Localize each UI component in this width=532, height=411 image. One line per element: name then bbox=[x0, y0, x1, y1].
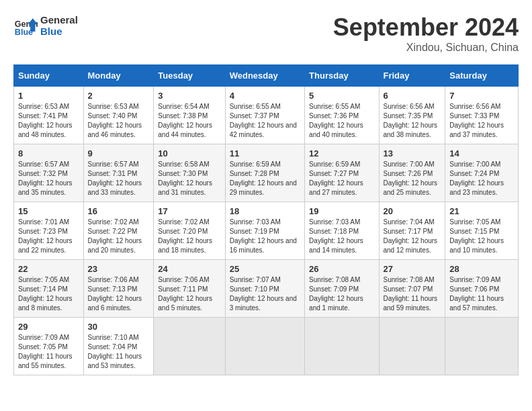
day-number: 3 bbox=[158, 91, 220, 101]
weekday-header-sunday: Sunday bbox=[14, 65, 84, 87]
day-number: 7 bbox=[449, 91, 514, 101]
calendar-cell: 29 Sunrise: 7:09 AMSunset: 7:05 PMDaylig… bbox=[14, 318, 84, 375]
day-detail: Sunrise: 6:57 AMSunset: 7:32 PMDaylight:… bbox=[18, 161, 73, 196]
day-number: 8 bbox=[18, 148, 79, 158]
calendar-cell: 12 Sunrise: 6:59 AMSunset: 7:27 PMDaylig… bbox=[305, 144, 379, 202]
day-detail: Sunrise: 7:04 AMSunset: 7:17 PMDaylight:… bbox=[384, 218, 438, 254]
day-detail: Sunrise: 7:06 AMSunset: 7:11 PMDaylight:… bbox=[158, 276, 212, 312]
day-detail: Sunrise: 7:03 AMSunset: 7:18 PMDaylight:… bbox=[309, 218, 363, 254]
calendar-cell: 11 Sunrise: 6:59 AMSunset: 7:28 PMDaylig… bbox=[225, 144, 304, 202]
day-number: 15 bbox=[18, 206, 79, 216]
calendar-cell bbox=[154, 318, 225, 375]
day-number: 11 bbox=[230, 148, 300, 158]
weekday-header-saturday: Saturday bbox=[445, 65, 519, 87]
day-number: 27 bbox=[384, 264, 441, 274]
calendar-cell: 15 Sunrise: 7:01 AMSunset: 7:23 PMDaylig… bbox=[14, 202, 84, 260]
day-detail: Sunrise: 6:57 AMSunset: 7:31 PMDaylight:… bbox=[88, 161, 142, 196]
calendar-cell: 1 Sunrise: 6:53 AMSunset: 7:41 PMDayligh… bbox=[14, 87, 84, 144]
day-detail: Sunrise: 7:00 AMSunset: 7:26 PMDaylight:… bbox=[384, 161, 438, 196]
title-section: September 2024 Xindou, Sichuan, China bbox=[333, 13, 519, 54]
day-number: 10 bbox=[158, 148, 220, 158]
day-detail: Sunrise: 7:07 AMSunset: 7:10 PMDaylight:… bbox=[230, 276, 297, 312]
calendar-cell: 6 Sunrise: 6:56 AMSunset: 7:35 PMDayligh… bbox=[379, 87, 445, 144]
day-number: 24 bbox=[158, 264, 220, 274]
logo-blue: Blue bbox=[40, 26, 78, 37]
day-detail: Sunrise: 6:56 AMSunset: 7:33 PMDaylight:… bbox=[449, 103, 504, 138]
calendar-cell: 21 Sunrise: 7:05 AMSunset: 7:15 PMDaylig… bbox=[445, 202, 519, 260]
logo-general: General bbox=[40, 14, 78, 26]
day-detail: Sunrise: 6:54 AMSunset: 7:38 PMDaylight:… bbox=[158, 103, 212, 138]
calendar-cell: 24 Sunrise: 7:06 AMSunset: 7:11 PMDaylig… bbox=[154, 260, 225, 318]
calendar-cell: 25 Sunrise: 7:07 AMSunset: 7:10 PMDaylig… bbox=[225, 260, 304, 318]
calendar-cell: 30 Sunrise: 7:10 AMSunset: 7:04 PMDaylig… bbox=[83, 318, 154, 375]
day-detail: Sunrise: 7:03 AMSunset: 7:19 PMDaylight:… bbox=[230, 218, 297, 254]
calendar-cell: 17 Sunrise: 7:02 AMSunset: 7:20 PMDaylig… bbox=[154, 202, 225, 260]
day-detail: Sunrise: 6:59 AMSunset: 7:28 PMDaylight:… bbox=[230, 161, 297, 196]
calendar-week-1: 1 Sunrise: 6:53 AMSunset: 7:41 PMDayligh… bbox=[14, 87, 519, 144]
day-detail: Sunrise: 7:00 AMSunset: 7:24 PMDaylight:… bbox=[449, 161, 504, 196]
calendar-cell: 28 Sunrise: 7:09 AMSunset: 7:06 PMDaylig… bbox=[445, 260, 519, 318]
weekday-header-thursday: Thursday bbox=[305, 65, 379, 87]
calendar-week-5: 29 Sunrise: 7:09 AMSunset: 7:05 PMDaylig… bbox=[14, 318, 519, 375]
day-number: 18 bbox=[230, 206, 300, 216]
day-number: 26 bbox=[309, 264, 374, 274]
month-title: September 2024 bbox=[333, 13, 519, 42]
calendar-week-4: 22 Sunrise: 7:05 AMSunset: 7:14 PMDaylig… bbox=[14, 260, 519, 318]
calendar-cell: 2 Sunrise: 6:53 AMSunset: 7:40 PMDayligh… bbox=[83, 87, 154, 144]
day-number: 4 bbox=[230, 91, 300, 101]
day-number: 17 bbox=[158, 206, 220, 216]
day-detail: Sunrise: 7:02 AMSunset: 7:20 PMDaylight:… bbox=[158, 218, 212, 254]
day-number: 21 bbox=[449, 206, 514, 216]
day-number: 13 bbox=[384, 148, 441, 158]
page-header: General Blue General Blue September 2024… bbox=[13, 13, 519, 54]
day-detail: Sunrise: 7:10 AMSunset: 7:04 PMDaylight:… bbox=[88, 334, 142, 369]
calendar-cell: 3 Sunrise: 6:54 AMSunset: 7:38 PMDayligh… bbox=[154, 87, 225, 144]
day-detail: Sunrise: 6:59 AMSunset: 7:27 PMDaylight:… bbox=[309, 161, 363, 196]
day-detail: Sunrise: 6:56 AMSunset: 7:35 PMDaylight:… bbox=[384, 103, 438, 138]
calendar-week-3: 15 Sunrise: 7:01 AMSunset: 7:23 PMDaylig… bbox=[14, 202, 519, 260]
calendar-cell: 19 Sunrise: 7:03 AMSunset: 7:18 PMDaylig… bbox=[305, 202, 379, 260]
calendar-cell: 20 Sunrise: 7:04 AMSunset: 7:17 PMDaylig… bbox=[379, 202, 445, 260]
day-number: 12 bbox=[309, 148, 374, 158]
calendar-cell: 14 Sunrise: 7:00 AMSunset: 7:24 PMDaylig… bbox=[445, 144, 519, 202]
day-number: 25 bbox=[230, 264, 300, 274]
calendar-cell bbox=[379, 318, 445, 375]
calendar-week-2: 8 Sunrise: 6:57 AMSunset: 7:32 PMDayligh… bbox=[14, 144, 519, 202]
calendar-table: SundayMondayTuesdayWednesdayThursdayFrid… bbox=[13, 64, 519, 375]
weekday-header-wednesday: Wednesday bbox=[225, 65, 304, 87]
day-detail: Sunrise: 6:58 AMSunset: 7:30 PMDaylight:… bbox=[158, 161, 212, 196]
logo: General Blue General Blue bbox=[13, 13, 78, 38]
day-number: 19 bbox=[309, 206, 374, 216]
day-detail: Sunrise: 7:09 AMSunset: 7:05 PMDaylight:… bbox=[18, 334, 73, 369]
day-detail: Sunrise: 7:01 AMSunset: 7:23 PMDaylight:… bbox=[18, 218, 73, 254]
calendar-cell bbox=[445, 318, 519, 375]
day-number: 20 bbox=[384, 206, 441, 216]
calendar-cell: 4 Sunrise: 6:55 AMSunset: 7:37 PMDayligh… bbox=[225, 87, 304, 144]
logo-icon: General Blue bbox=[13, 13, 38, 38]
calendar-cell: 26 Sunrise: 7:08 AMSunset: 7:09 PMDaylig… bbox=[305, 260, 379, 318]
day-number: 23 bbox=[88, 264, 150, 274]
day-detail: Sunrise: 6:53 AMSunset: 7:41 PMDaylight:… bbox=[18, 103, 73, 138]
day-number: 29 bbox=[18, 322, 79, 332]
day-number: 6 bbox=[384, 91, 441, 101]
calendar-cell: 8 Sunrise: 6:57 AMSunset: 7:32 PMDayligh… bbox=[14, 144, 84, 202]
day-number: 9 bbox=[88, 148, 150, 158]
svg-text:Blue: Blue bbox=[15, 28, 33, 37]
day-number: 5 bbox=[309, 91, 374, 101]
calendar-cell: 10 Sunrise: 6:58 AMSunset: 7:30 PMDaylig… bbox=[154, 144, 225, 202]
calendar-cell: 18 Sunrise: 7:03 AMSunset: 7:19 PMDaylig… bbox=[225, 202, 304, 260]
calendar-cell: 7 Sunrise: 6:56 AMSunset: 7:33 PMDayligh… bbox=[445, 87, 519, 144]
calendar-cell: 27 Sunrise: 7:08 AMSunset: 7:07 PMDaylig… bbox=[379, 260, 445, 318]
day-detail: Sunrise: 6:55 AMSunset: 7:36 PMDaylight:… bbox=[309, 103, 363, 138]
day-detail: Sunrise: 7:05 AMSunset: 7:15 PMDaylight:… bbox=[449, 218, 504, 254]
day-detail: Sunrise: 6:53 AMSunset: 7:40 PMDaylight:… bbox=[88, 103, 142, 138]
day-number: 16 bbox=[88, 206, 150, 216]
calendar-cell bbox=[225, 318, 304, 375]
day-detail: Sunrise: 7:09 AMSunset: 7:06 PMDaylight:… bbox=[449, 276, 504, 312]
day-detail: Sunrise: 7:08 AMSunset: 7:09 PMDaylight:… bbox=[309, 276, 363, 312]
calendar-cell: 13 Sunrise: 7:00 AMSunset: 7:26 PMDaylig… bbox=[379, 144, 445, 202]
calendar-cell: 9 Sunrise: 6:57 AMSunset: 7:31 PMDayligh… bbox=[83, 144, 154, 202]
day-number: 14 bbox=[449, 148, 514, 158]
day-number: 30 bbox=[88, 322, 150, 332]
calendar-header-row: SundayMondayTuesdayWednesdayThursdayFrid… bbox=[14, 65, 519, 87]
